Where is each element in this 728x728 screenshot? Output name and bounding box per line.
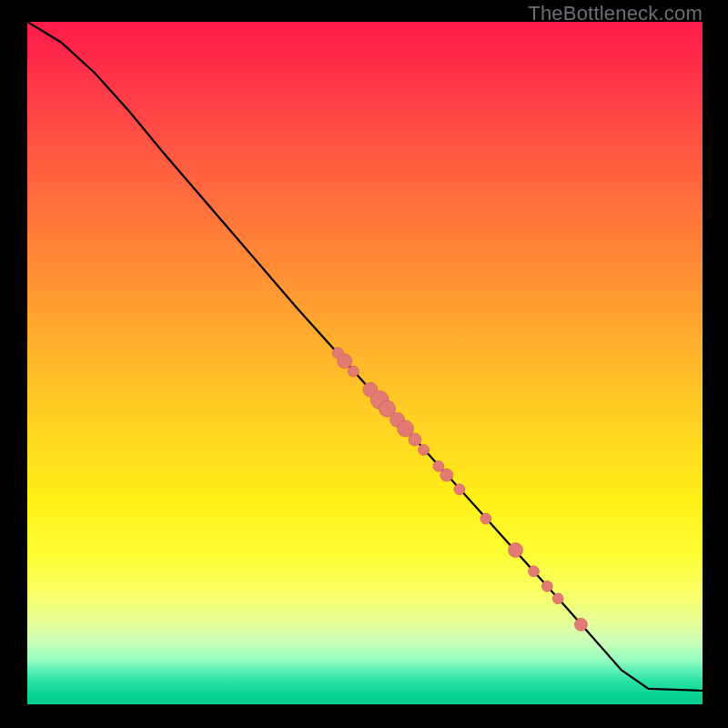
data-point <box>348 366 359 377</box>
data-point <box>409 433 421 446</box>
data-point <box>419 444 430 455</box>
data-points <box>332 348 587 632</box>
data-point <box>552 593 563 604</box>
trend-line <box>27 22 703 691</box>
data-point <box>541 581 552 592</box>
data-point <box>338 354 352 369</box>
data-point <box>480 513 491 524</box>
data-point <box>440 469 453 481</box>
data-point <box>454 484 465 495</box>
data-point <box>574 618 587 631</box>
chart-stage: TheBottleneck.com <box>0 0 728 728</box>
plot-area <box>27 22 703 704</box>
data-point <box>509 543 523 558</box>
chart-overlay <box>27 22 703 704</box>
data-point <box>529 566 540 577</box>
